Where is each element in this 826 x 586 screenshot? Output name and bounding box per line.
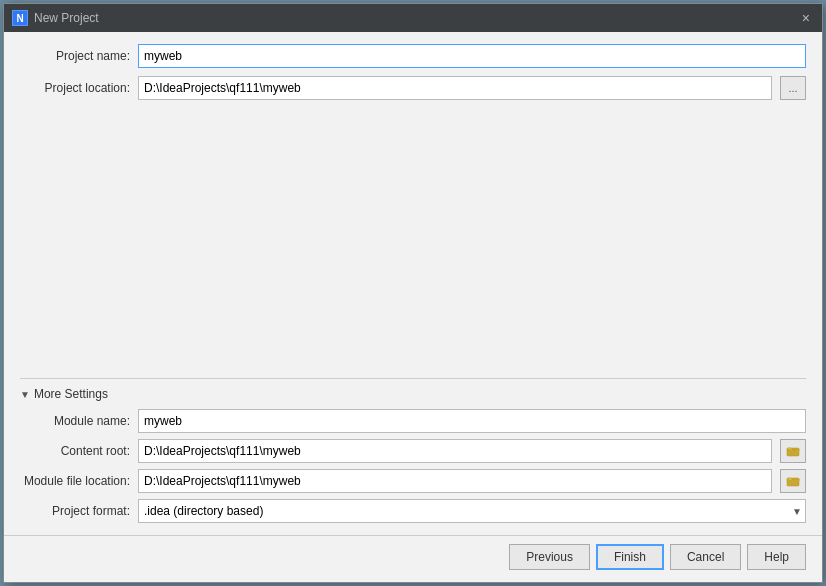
project-location-input[interactable] (138, 76, 772, 100)
project-location-label: Project location: (20, 81, 130, 95)
finish-button[interactable]: Finish (596, 544, 664, 570)
close-button[interactable]: × (798, 11, 814, 25)
module-file-location-input[interactable] (138, 469, 772, 493)
triangle-icon: ▼ (20, 389, 30, 400)
previous-button[interactable]: Previous (509, 544, 590, 570)
module-file-location-browse-button[interactable] (780, 469, 806, 493)
dialog-icon: N (12, 10, 28, 26)
cancel-button[interactable]: Cancel (670, 544, 741, 570)
more-settings-section: ▼ More Settings Module name: Content roo… (20, 378, 806, 523)
dialog-body: Project name: Project location: ... ▼ Mo… (4, 32, 822, 535)
more-settings-toggle[interactable]: ▼ More Settings (20, 387, 806, 401)
folder-icon-2 (786, 474, 800, 488)
project-name-input[interactable] (138, 44, 806, 68)
dialog-title: New Project (34, 11, 99, 25)
module-file-location-row: Module file location: (20, 469, 806, 493)
button-row: Previous Finish Cancel Help (4, 535, 822, 582)
more-settings-content: Module name: Content root: (20, 409, 806, 523)
project-format-label: Project format: (20, 504, 130, 518)
more-settings-label: More Settings (34, 387, 108, 401)
project-format-select-wrapper: .idea (directory based) ▼ (138, 499, 806, 523)
spacer (20, 108, 806, 370)
new-project-dialog: N New Project × Project name: Project lo… (3, 3, 823, 583)
content-root-browse-button[interactable] (780, 439, 806, 463)
project-name-row: Project name: (20, 44, 806, 68)
content-root-row: Content root: (20, 439, 806, 463)
module-name-input[interactable] (138, 409, 806, 433)
project-format-row: Project format: .idea (directory based) … (20, 499, 806, 523)
content-root-input[interactable] (138, 439, 772, 463)
help-button[interactable]: Help (747, 544, 806, 570)
content-root-label: Content root: (20, 444, 130, 458)
module-name-row: Module name: (20, 409, 806, 433)
title-bar-left: N New Project (12, 10, 99, 26)
project-location-browse-button[interactable]: ... (780, 76, 806, 100)
title-bar: N New Project × (4, 4, 822, 32)
module-name-label: Module name: (20, 414, 130, 428)
project-location-row: Project location: ... (20, 76, 806, 100)
project-name-label: Project name: (20, 49, 130, 63)
module-file-location-label: Module file location: (20, 474, 130, 488)
project-format-select[interactable]: .idea (directory based) (138, 499, 806, 523)
folder-icon (786, 444, 800, 458)
